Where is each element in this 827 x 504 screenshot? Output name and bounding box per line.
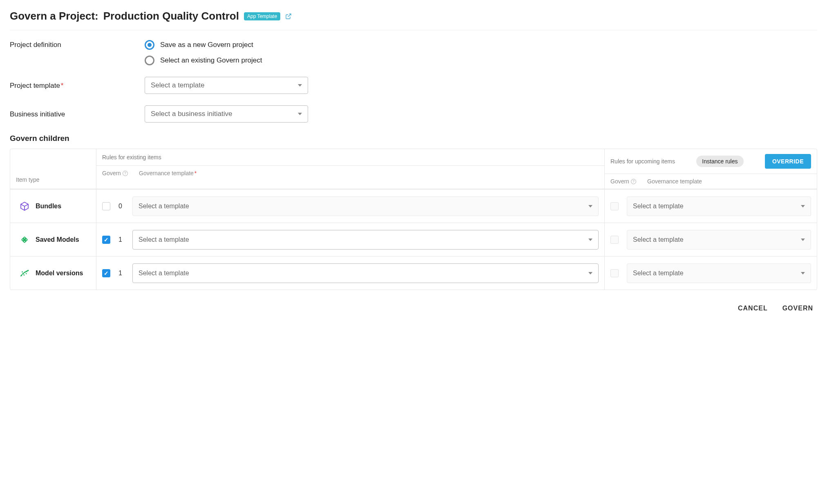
govern-checkbox[interactable] <box>102 202 110 210</box>
upcoming-govern-checkbox[interactable] <box>610 269 619 277</box>
existing-template-select: Select a template <box>132 196 599 216</box>
th-upcoming-label: Rules for upcoming items <box>610 158 675 165</box>
title-name: Production Quality Control <box>103 10 239 22</box>
title-prefix: Govern a Project: <box>10 10 98 22</box>
cube-icon <box>19 201 30 212</box>
cell-existing: ✓1Select a template <box>96 223 604 256</box>
svg-point-8 <box>24 272 25 273</box>
table-body: Bundles0Select a templateSelect a templa… <box>10 189 817 290</box>
govern-children-table: Item type Rules for existing items Gover… <box>10 149 817 290</box>
cell-upcoming: Select a template <box>604 190 817 223</box>
svg-point-10 <box>27 270 29 271</box>
app-template-badge: App Template <box>244 12 280 20</box>
cell-upcoming: Select a template <box>604 223 817 256</box>
svg-point-12 <box>24 274 25 275</box>
radio-label-save-new: Save as a new Govern project <box>160 41 253 49</box>
svg-point-6 <box>21 274 22 276</box>
th-existing-template: Governance template* <box>139 170 599 176</box>
svg-point-9 <box>26 270 27 272</box>
table-row: Model versions✓1Select a templateSelect … <box>10 256 817 290</box>
th-upcoming-govern: Govern ? <box>610 178 647 185</box>
label-project-definition: Project definition <box>10 40 145 49</box>
chevron-down-icon <box>298 113 302 115</box>
cancel-button[interactable]: CANCEL <box>738 305 768 312</box>
chevron-down-icon <box>588 272 592 274</box>
th-existing-sub: Govern ? Governance template* <box>96 165 604 181</box>
th-upcoming-sub: Govern ? Governance template <box>605 174 817 189</box>
item-count: 1 <box>118 270 127 277</box>
th-upcoming-template: Governance template <box>647 178 811 185</box>
svg-point-7 <box>22 273 24 274</box>
radio-select-existing[interactable]: Select an existing Govern project <box>145 56 262 65</box>
govern-button[interactable]: GOVERN <box>782 305 813 312</box>
svg-line-0 <box>288 14 291 17</box>
diamond-icon <box>19 234 30 245</box>
cell-item-type: Saved Models <box>10 223 96 256</box>
th-existing: Rules for existing items Govern ? Govern… <box>96 149 604 189</box>
th-upcoming-top: Rules for upcoming items Instance rules … <box>605 149 817 174</box>
section-govern-children: Govern children <box>10 134 817 143</box>
upcoming-template-select: Select a template <box>627 196 811 216</box>
item-count: 1 <box>118 236 127 243</box>
external-link-icon[interactable] <box>285 10 292 22</box>
project-definition-radio-group: Save as a new Govern project Select an e… <box>145 40 262 65</box>
existing-template-select[interactable]: Select a template <box>132 230 599 250</box>
chevron-down-icon <box>801 205 805 207</box>
th-existing-govern: Govern ? <box>102 170 139 176</box>
row-project-definition: Project definition Save as a new Govern … <box>10 40 817 65</box>
upcoming-govern-checkbox[interactable] <box>610 202 619 210</box>
cell-item-type: Model versions <box>10 256 96 290</box>
chevron-down-icon <box>298 84 302 87</box>
project-template-select[interactable]: Select a template <box>145 77 308 94</box>
table-row: Saved Models✓1Select a templateSelect a … <box>10 223 817 256</box>
govern-checkbox[interactable]: ✓ <box>102 269 110 277</box>
label-project-template: Project template* <box>10 81 145 90</box>
help-icon[interactable]: ? <box>123 171 128 176</box>
row-business-initiative: Business initiative Select a business in… <box>10 105 817 123</box>
radio-save-new[interactable]: Save as a new Govern project <box>145 40 262 50</box>
cell-existing: ✓1Select a template <box>96 256 604 290</box>
radio-label-select-existing: Select an existing Govern project <box>160 56 262 65</box>
radio-icon-unselected <box>145 56 154 65</box>
required-asterisk: * <box>61 82 64 89</box>
table-row: Bundles0Select a templateSelect a templa… <box>10 189 817 223</box>
row-project-template: Project template* Select a template <box>10 77 817 94</box>
th-upcoming: Rules for upcoming items Instance rules … <box>604 149 817 189</box>
govern-checkbox[interactable]: ✓ <box>102 236 110 244</box>
th-existing-label: Rules for existing items <box>96 149 604 165</box>
instance-rules-pill[interactable]: Instance rules <box>696 156 743 167</box>
table-header: Item type Rules for existing items Gover… <box>10 149 817 189</box>
required-asterisk: * <box>194 170 197 176</box>
svg-point-11 <box>22 271 23 272</box>
upcoming-template-select: Select a template <box>627 263 811 283</box>
footer: CANCEL GOVERN <box>10 305 817 312</box>
chevron-down-icon <box>588 239 592 241</box>
svg-rect-1 <box>21 236 28 243</box>
chevron-down-icon <box>588 205 592 207</box>
upcoming-template-select: Select a template <box>627 230 811 250</box>
label-business-initiative: Business initiative <box>10 109 145 118</box>
override-button[interactable]: OVERRIDE <box>765 154 811 169</box>
item-type-label: Bundles <box>36 203 61 210</box>
divider <box>10 30 817 30</box>
radio-icon-selected <box>145 40 154 50</box>
help-icon[interactable]: ? <box>631 179 636 184</box>
cell-existing: 0Select a template <box>96 190 604 223</box>
scatter-icon <box>19 268 30 279</box>
page-title: Govern a Project: Production Quality Con… <box>10 10 817 22</box>
cell-upcoming: Select a template <box>604 256 817 290</box>
business-initiative-select[interactable]: Select a business initiative <box>145 105 308 123</box>
item-type-label: Saved Models <box>36 236 79 243</box>
cell-item-type: Bundles <box>10 190 96 223</box>
item-count: 0 <box>118 203 127 210</box>
chevron-down-icon <box>801 239 805 241</box>
chevron-down-icon <box>801 272 805 274</box>
th-item-type: Item type <box>10 149 96 189</box>
existing-template-select[interactable]: Select a template <box>132 263 599 283</box>
item-type-label: Model versions <box>36 270 83 277</box>
upcoming-govern-checkbox[interactable] <box>610 236 619 244</box>
svg-point-13 <box>26 273 27 274</box>
